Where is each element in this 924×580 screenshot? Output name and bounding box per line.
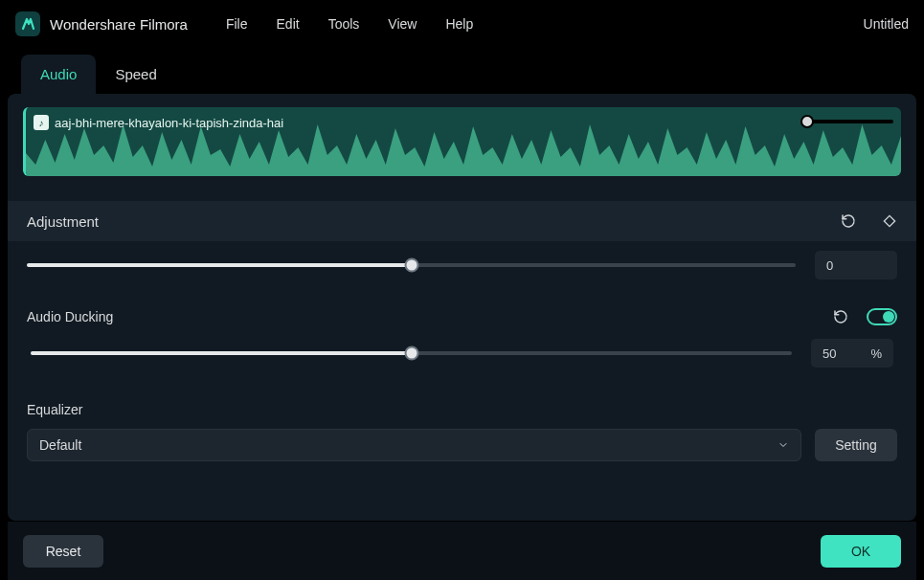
reset-icon[interactable] — [840, 212, 857, 230]
equalizer-select[interactable]: Default — [27, 429, 801, 461]
filmora-icon — [20, 16, 35, 32]
reset-icon[interactable] — [832, 308, 849, 325]
pitch-slider[interactable] — [27, 263, 796, 267]
footer: Reset OK — [8, 521, 916, 580]
clip-label: ♪ aaj-bhi-mere-khayalon-ki-tapish-zinda-… — [34, 115, 283, 130]
document-title: Untitled — [864, 16, 909, 32]
titlebar: Wondershare Filmora File Edit Tools View… — [0, 0, 924, 48]
pitch-control-row: 0 — [23, 251, 901, 279]
svg-rect-0 — [884, 215, 894, 226]
tab-strip: Audio Speed — [8, 50, 916, 94]
pitch-value[interactable]: 0 — [815, 251, 897, 279]
clip-volume-slider[interactable] — [807, 115, 893, 128]
menu-tools[interactable]: Tools — [328, 16, 360, 32]
menubar: File Edit Tools View Help — [226, 16, 473, 32]
menu-view[interactable]: View — [388, 16, 417, 32]
audio-panel: ♪ aaj-bhi-mere-khayalon-ki-tapish-zinda-… — [8, 94, 916, 521]
menu-file[interactable]: File — [226, 16, 248, 32]
equalizer-setting-button[interactable]: Setting — [815, 429, 897, 461]
adjustment-title: Adjustment — [27, 213, 99, 230]
audio-ducking-label: Audio Ducking — [27, 309, 113, 324]
equalizer-label: Equalizer — [27, 402, 897, 417]
ducking-slider[interactable] — [31, 351, 792, 355]
audio-ducking-section: Audio Ducking 50 — [23, 308, 901, 368]
clip-name: aaj-bhi-mere-khayalon-ki-tapish-zinda-ha… — [55, 116, 283, 130]
ducking-value[interactable]: 50 % — [811, 339, 893, 368]
app-name: Wondershare Filmora — [50, 16, 188, 33]
menu-help[interactable]: Help — [445, 16, 473, 32]
equalizer-selected: Default — [39, 437, 81, 453]
reset-button[interactable]: Reset — [23, 535, 103, 568]
tab-speed[interactable]: Speed — [96, 55, 175, 94]
tab-audio[interactable]: Audio — [21, 55, 96, 94]
audio-clip-waveform[interactable]: ♪ aaj-bhi-mere-khayalon-ki-tapish-zinda-… — [23, 107, 901, 176]
ok-button[interactable]: OK — [821, 535, 901, 568]
chevron-down-icon — [778, 439, 789, 451]
equalizer-section: Equalizer Default Setting — [23, 402, 901, 461]
menu-edit[interactable]: Edit — [277, 16, 300, 32]
music-note-icon: ♪ — [34, 115, 49, 130]
keyframe-diamond-icon[interactable] — [882, 213, 897, 229]
audio-ducking-toggle[interactable] — [867, 308, 897, 325]
app-logo — [15, 11, 40, 36]
adjustment-header: Adjustment — [8, 201, 916, 241]
